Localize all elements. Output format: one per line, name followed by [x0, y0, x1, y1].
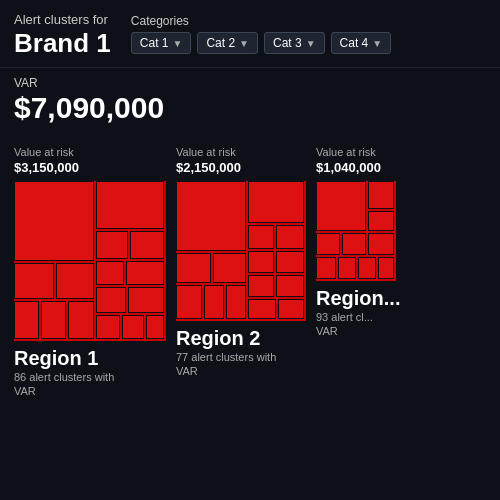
tm-cell	[96, 181, 164, 229]
chevron-down-icon: ▼	[306, 38, 316, 49]
tm-cell	[248, 251, 274, 273]
tm-cell	[342, 233, 366, 255]
categories-row: Cat 1 ▼ Cat 2 ▼ Cat 3 ▼ Cat 4 ▼	[131, 32, 391, 54]
var-label-3: Value at risk	[316, 146, 400, 158]
tm-cell	[368, 233, 394, 255]
brand-name: Brand 1	[14, 28, 111, 59]
category-btn-1[interactable]: Cat 1 ▼	[131, 32, 192, 54]
region-card-3: Value at risk $1,040,000 Region... 93 al…	[316, 146, 400, 399]
region-card-2: Value at risk $2,150,000 Region 2 77 ale…	[176, 146, 306, 399]
chevron-down-icon: ▼	[239, 38, 249, 49]
brand-section: Alert clusters for Brand 1	[14, 12, 111, 59]
tm-cell	[278, 299, 304, 319]
tm-cell	[126, 261, 164, 285]
tm-cell	[204, 285, 224, 319]
tm-cell	[276, 225, 304, 249]
tm-cell	[96, 261, 124, 285]
var-section: VAR $7,090,000	[0, 67, 500, 136]
tm-cell	[176, 285, 202, 319]
tm-cell	[358, 257, 376, 279]
tm-cell	[128, 287, 164, 313]
cat3-label: Cat 3	[273, 36, 302, 50]
tm-cell	[368, 181, 394, 209]
tm-cell	[146, 315, 164, 339]
tm-cell	[248, 225, 274, 249]
treemap-2	[176, 181, 306, 321]
region-desc-3: 93 alert cl... VAR	[316, 310, 400, 339]
var-amount-1: $3,150,000	[14, 160, 166, 175]
region-card-1: Value at risk $3,150,000 Region 1 86 ale…	[14, 146, 166, 399]
tm-cell	[368, 211, 394, 231]
region-name-3: Region...	[316, 287, 400, 310]
var-label-2: Value at risk	[176, 146, 306, 158]
cat2-label: Cat 2	[206, 36, 235, 50]
chevron-down-icon: ▼	[372, 38, 382, 49]
tm-cell	[14, 301, 39, 339]
tm-cell	[248, 181, 304, 223]
region-name-1: Region 1	[14, 347, 166, 370]
chevron-down-icon: ▼	[173, 38, 183, 49]
tm-cell	[176, 181, 246, 251]
treemap-1	[14, 181, 166, 341]
tm-cell	[14, 181, 94, 261]
regions-container: Value at risk $3,150,000 Region 1 86 ale…	[0, 136, 500, 399]
tm-cell	[68, 301, 94, 339]
tm-cell	[378, 257, 394, 279]
tm-cell	[248, 275, 274, 297]
tm-cell	[276, 251, 304, 273]
tm-cell	[226, 285, 246, 319]
tm-cell	[338, 257, 356, 279]
tm-cell	[130, 231, 164, 259]
category-btn-2[interactable]: Cat 2 ▼	[197, 32, 258, 54]
var-amount-3: $1,040,000	[316, 160, 400, 175]
categories-label: Categories	[131, 14, 391, 28]
category-btn-4[interactable]: Cat 4 ▼	[331, 32, 392, 54]
tm-cell	[316, 257, 336, 279]
var-value: $7,090,000	[14, 90, 486, 126]
tm-cell	[176, 253, 211, 283]
categories-section: Categories Cat 1 ▼ Cat 2 ▼ Cat 3 ▼ Cat 4…	[131, 14, 391, 54]
tm-cell	[96, 231, 128, 259]
var-label: VAR	[14, 76, 486, 90]
tm-cell	[14, 263, 54, 299]
var-amount-2: $2,150,000	[176, 160, 306, 175]
var-label-1: Value at risk	[14, 146, 166, 158]
cat1-label: Cat 1	[140, 36, 169, 50]
alert-clusters-label: Alert clusters for	[14, 12, 111, 28]
tm-cell	[316, 181, 366, 231]
treemap-3	[316, 181, 396, 281]
region-desc-1: 86 alert clusters with VAR	[14, 370, 166, 399]
tm-cell	[96, 315, 120, 339]
tm-cell	[96, 287, 126, 313]
tm-cell	[56, 263, 94, 299]
tm-cell	[276, 275, 304, 297]
cat4-label: Cat 4	[340, 36, 369, 50]
tm-cell	[213, 253, 246, 283]
tm-cell	[316, 233, 340, 255]
header: Alert clusters for Brand 1 Categories Ca…	[0, 0, 500, 67]
region-name-2: Region 2	[176, 327, 306, 350]
tm-cell	[41, 301, 66, 339]
region-desc-2: 77 alert clusters with VAR	[176, 350, 306, 379]
category-btn-3[interactable]: Cat 3 ▼	[264, 32, 325, 54]
tm-cell	[248, 299, 276, 319]
tm-cell	[122, 315, 144, 339]
